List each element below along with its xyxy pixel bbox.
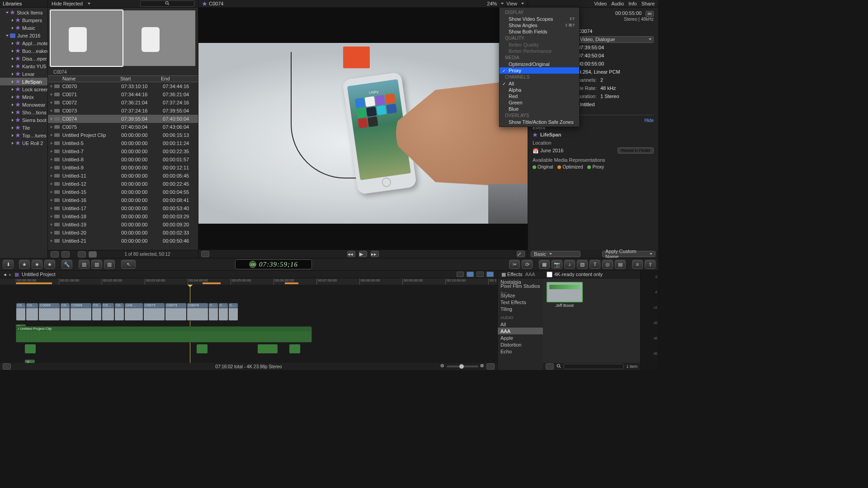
connected-audio[interactable] [267, 344, 278, 353]
effects-browser-button[interactable]: ▦ [539, 260, 550, 269]
tab-audio[interactable]: Audio [611, 1, 624, 6]
disclosure-triangle-icon[interactable] [12, 88, 14, 91]
effect-category[interactable]: AAA [498, 328, 543, 334]
effect-item[interactable]: Jeff Boost [547, 282, 583, 308]
menu-show-angles[interactable]: Show Angles⇧⌘7 [500, 22, 579, 28]
zoom-out-icon[interactable] [440, 364, 445, 369]
disclosure-triangle-icon[interactable] [51, 134, 52, 136]
keyword-button[interactable]: ★ [19, 260, 30, 269]
effect-category[interactable]: Tiling [498, 305, 543, 312]
filmstrip-thumb[interactable] [123, 10, 195, 66]
timeline-video-clip[interactable]: C0… [60, 303, 70, 321]
disclosure-triangle-icon[interactable] [51, 239, 52, 242]
disclosure-triangle-icon[interactable] [51, 174, 52, 177]
clip-row[interactable]: C007007:33:10:1007:34:44:16 [48, 82, 198, 90]
sidebar-item-appl-mote[interactable]: Appl…mote [0, 39, 47, 47]
effect-category[interactable]: Echo [498, 348, 543, 355]
index-button[interactable] [3, 363, 11, 370]
play-button[interactable]: ▶ [359, 251, 367, 257]
skimming-toggle[interactable] [457, 272, 464, 277]
clip-row[interactable]: Untitled Project Clip00:00:00:0000:06:15… [48, 131, 198, 139]
disclosure-triangle-icon[interactable] [12, 111, 14, 114]
viewer-layout-button[interactable] [201, 251, 209, 257]
effect-category[interactable]: Pixel Film Studios -… [498, 285, 543, 292]
filmstrip-thumb[interactable] [51, 10, 123, 66]
timeline-video-clip[interactable]: C0… [114, 303, 124, 321]
keyword-button[interactable]: ★ [44, 260, 55, 269]
timeline-video-clip[interactable]: C0069 [70, 303, 92, 321]
disclosure-triangle-icon[interactable] [51, 215, 52, 218]
solo-toggle[interactable] [476, 272, 484, 277]
clip-row[interactable]: Untitled-1500:00:00:0000:00:04:55 [48, 188, 198, 196]
timecode-display[interactable]: 100 07:39:59;16 [235, 259, 312, 269]
timeline-video-clip[interactable]: C0… [102, 303, 114, 321]
clip-name-value[interactable]: C0074 [578, 28, 654, 34]
browser-search-input[interactable] [140, 0, 194, 7]
disclosure-triangle-icon[interactable] [51, 85, 52, 88]
sidebar-item-music[interactable]: Music [0, 24, 47, 32]
clip-row[interactable]: Untitled-800:00:00:0000:00:01:57 [48, 155, 198, 164]
clip-row[interactable]: Untitled-1900:00:00:0000:00:09:20 [48, 221, 198, 229]
connected-audio[interactable] [25, 344, 36, 353]
sidebar-item-sho-tions[interactable]: Sho…tions [0, 108, 47, 116]
next-frame-button[interactable]: ▸▸ [371, 251, 379, 257]
clip-row[interactable]: Untitled-1200:00:00:0000:00:22:45 [48, 180, 198, 188]
clip-appearance-button[interactable] [486, 363, 495, 370]
titles-button[interactable]: T [590, 260, 600, 269]
timeline-ruler[interactable]: 00:00:00:0000:01:00:0000:02:00:0000:03:0… [0, 278, 497, 285]
sidebar-item-monowear[interactable]: Monowear [0, 101, 47, 108]
disclosure-triangle-icon[interactable] [12, 42, 14, 45]
menu-proxy[interactable]: ✓Proxy [500, 67, 579, 74]
clip-row[interactable]: Untitled-700:00:00:0000:00:22:35 [48, 147, 198, 155]
disclosure-triangle-icon[interactable] [12, 96, 14, 99]
disclosure-triangle-icon[interactable] [12, 103, 14, 106]
sidebar-item-lock-screen[interactable]: Lock screen [0, 85, 47, 93]
disclosure-triangle-icon[interactable] [12, 127, 14, 129]
themes-button[interactable]: ▤ [615, 260, 626, 269]
disclosure-triangle-icon[interactable] [51, 101, 52, 104]
effect-category[interactable]: Distortion [498, 341, 543, 348]
disclosure-triangle-icon[interactable] [12, 73, 14, 75]
clip-row[interactable]: Untitled-1700:00:00:0000:00:53:40 [48, 204, 198, 212]
menu-channel-all[interactable]: ✓All [500, 80, 579, 87]
view-mode-filmstrip[interactable] [78, 251, 86, 258]
clip-row[interactable]: Untitled-2100:00:00:0000:00:50:46 [48, 237, 198, 245]
effect-category[interactable]: All [498, 321, 543, 328]
clip-row[interactable]: C007507:40:50:0407:43:06:04 [48, 123, 198, 131]
share-button[interactable]: ⇪ [645, 260, 656, 269]
viewer-zoom[interactable]: 24% [487, 1, 497, 6]
timeline-video-clip[interactable]: C0… [92, 303, 102, 321]
zoom-slider[interactable] [447, 366, 478, 367]
timeline-video-clip[interactable]: C0074 [187, 303, 208, 321]
disclosure-triangle-icon[interactable] [6, 35, 9, 37]
sidebar-item-tile[interactable]: Tile [0, 124, 47, 131]
viewer-canvas[interactable]: Utility [198, 8, 528, 250]
sidebar-item-minix[interactable]: Minix [0, 93, 47, 101]
photos-browser-button[interactable]: 📷 [552, 260, 562, 269]
disclosure-triangle-icon[interactable] [12, 142, 14, 145]
effect-category[interactable]: Text Effects [498, 299, 543, 305]
tab-video[interactable]: Video [594, 1, 607, 6]
sidebar-item-ue-roll-2[interactable]: UE Roll 2 [0, 139, 47, 147]
import-button[interactable]: ⬇ [3, 260, 14, 269]
tab-info[interactable]: Info [628, 1, 637, 6]
filter-button[interactable] [51, 251, 59, 258]
disclosure-triangle-icon[interactable] [51, 93, 52, 96]
menu-channel-red[interactable]: Red [500, 93, 579, 99]
view-menu-button[interactable]: View [506, 1, 517, 6]
effects-search-input[interactable] [564, 364, 623, 369]
connected-audio[interactable] [289, 344, 300, 353]
clip-row[interactable]: C007207:36:21:0407:37:24:16 [48, 99, 198, 107]
forward-icon[interactable]: ▸ [9, 272, 12, 277]
zoom-in-icon[interactable] [480, 364, 485, 369]
clip-row[interactable]: Untitled-500:00:00:0000:00:11:24 [48, 139, 198, 147]
disclosure-triangle-icon[interactable] [51, 109, 52, 112]
disclosure-triangle-icon[interactable] [51, 191, 52, 193]
clip-row[interactable]: Untitled-2000:00:00:0000:00:02:33 [48, 229, 198, 237]
clip-row[interactable]: Untitled-900:00:00:0000:00:12:11 [48, 164, 198, 172]
view-mode-list[interactable] [89, 251, 97, 258]
disclosure-triangle-icon[interactable] [51, 183, 52, 185]
column-end[interactable]: End [161, 76, 197, 82]
disclosure-triangle-icon[interactable] [12, 119, 14, 122]
disclosure-triangle-icon[interactable] [12, 80, 14, 83]
